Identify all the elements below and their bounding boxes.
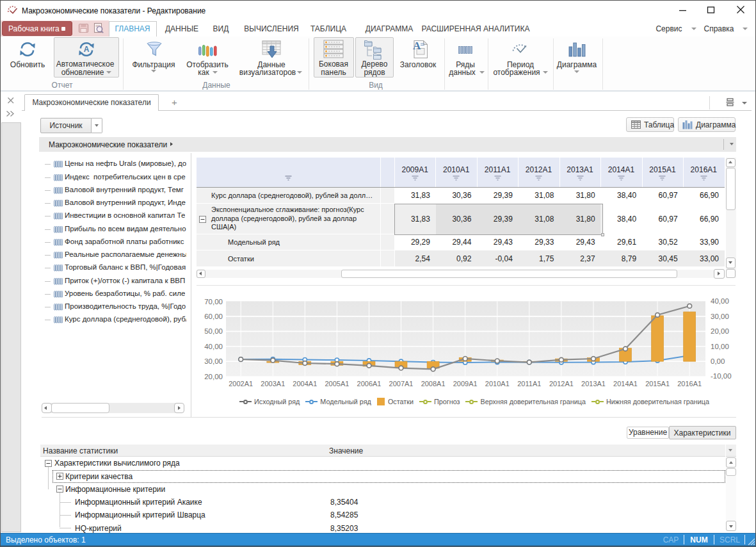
svg-text:A: A — [413, 40, 421, 52]
svg-text:A: A — [84, 45, 90, 54]
